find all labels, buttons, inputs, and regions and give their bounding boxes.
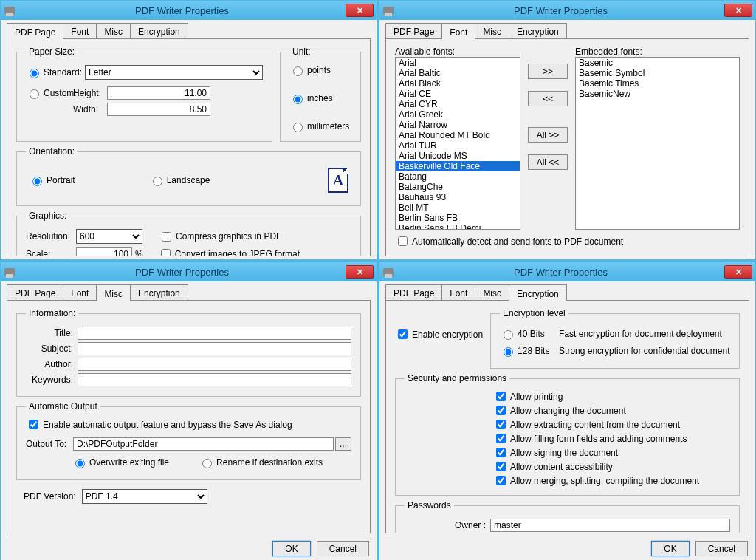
enable-encryption-label: Enable encryption — [412, 329, 483, 340]
enable-auto-label: Enable automatic output feature and bypa… — [43, 420, 292, 430]
tab-encryption[interactable]: Encryption — [509, 284, 567, 301]
list-item[interactable]: Bauhaus 93 — [396, 192, 520, 202]
list-item[interactable]: Berlin Sans FB — [396, 213, 520, 223]
window-title: PDF Writer Properties — [397, 267, 724, 278]
tab-misc[interactable]: Misc — [475, 284, 509, 300]
list-item[interactable]: BatangChe — [396, 182, 520, 192]
tab-font[interactable]: Font — [63, 23, 97, 38]
printer-icon — [382, 4, 394, 16]
bits40-desc: Fast encryption for document deployment — [559, 329, 722, 339]
check-allow-merge[interactable] — [496, 476, 506, 485]
output-to-field[interactable] — [73, 437, 334, 451]
author-label: Author: — [26, 359, 73, 369]
available-fonts-list[interactable]: ArialArial BalticArial BlackArial CEAria… — [395, 57, 520, 230]
ok-button[interactable]: OK — [651, 541, 689, 556]
tab-encryption[interactable]: Encryption — [130, 23, 188, 38]
list-item[interactable]: Arial Unicode MS — [396, 151, 520, 161]
titlebar[interactable]: PDF Writer Properties ✕ — [1, 1, 377, 20]
check-enable-auto[interactable] — [29, 420, 38, 429]
check-auto-fonts[interactable] — [398, 236, 408, 246]
tab-encryption[interactable]: Encryption — [509, 23, 567, 38]
tab-misc[interactable]: Misc — [96, 284, 131, 301]
subject-field[interactable] — [78, 342, 351, 355]
close-button[interactable]: ✕ — [724, 265, 752, 279]
browse-button[interactable]: ... — [335, 437, 351, 451]
list-item[interactable]: Bell MT — [396, 202, 520, 213]
ok-button[interactable]: OK — [272, 541, 310, 556]
radio-128bits[interactable] — [504, 347, 513, 357]
radio-millimeters[interactable] — [293, 123, 303, 132]
list-item[interactable]: Arial Rounded MT Bold — [396, 130, 520, 140]
list-item[interactable]: Arial Narrow — [396, 120, 520, 130]
check-allow-extract[interactable] — [496, 420, 506, 429]
list-item[interactable]: Arial Baltic — [396, 68, 520, 78]
tab-encryption[interactable]: Encryption — [130, 284, 188, 300]
scale-field[interactable] — [76, 247, 132, 257]
radio-landscape[interactable] — [153, 177, 162, 186]
check-convert-jpeg[interactable] — [161, 249, 171, 256]
cancel-button[interactable]: Cancel — [317, 541, 369, 556]
titlebar[interactable]: PDF Writer Properties ✕ — [379, 1, 755, 20]
radio-40bits[interactable] — [504, 330, 513, 340]
tab-font[interactable]: Font — [441, 23, 475, 39]
close-button[interactable]: ✕ — [346, 4, 374, 17]
list-item[interactable]: Arial Greek — [396, 109, 520, 120]
author-field[interactable] — [78, 358, 351, 371]
tab-font[interactable]: Font — [441, 284, 475, 300]
radio-inches[interactable] — [293, 95, 303, 104]
tab-pdf-page[interactable]: PDF Page — [7, 23, 63, 39]
list-item[interactable]: Batang — [396, 171, 520, 182]
check-enable-encryption[interactable] — [398, 329, 408, 339]
cancel-button[interactable]: Cancel — [695, 541, 748, 556]
radio-overwrite[interactable] — [75, 459, 85, 468]
window-title: PDF Writer Properties — [18, 5, 346, 16]
list-item[interactable]: Arial Black — [396, 78, 520, 89]
radio-rename[interactable] — [202, 459, 212, 468]
radio-custom[interactable] — [30, 89, 39, 99]
resolution-combo[interactable]: 600 — [76, 229, 142, 244]
radio-portrait[interactable] — [32, 177, 42, 186]
pdf-version-combo[interactable]: PDF 1.4 — [82, 489, 207, 504]
list-item[interactable]: Basemic Times — [576, 78, 739, 89]
remove-all-button[interactable]: All << — [528, 154, 568, 170]
add-font-button[interactable]: >> — [528, 64, 568, 79]
check-allow-accessibility[interactable] — [496, 462, 506, 471]
titlebar[interactable]: PDF Writer Properties ✕ — [1, 262, 377, 281]
list-item[interactable]: Arial CE — [396, 89, 520, 99]
close-button[interactable]: ✕ — [724, 4, 752, 17]
list-item[interactable]: Basemic — [576, 58, 739, 68]
check-allow-print[interactable] — [496, 392, 506, 401]
width-field[interactable] — [107, 103, 210, 116]
embedded-fonts-list[interactable]: BasemicBasemic SymbolBasemic TimesBasemi… — [575, 57, 740, 230]
tab-pdf-page[interactable]: PDF Page — [385, 23, 442, 38]
height-field[interactable] — [107, 86, 210, 100]
remove-font-button[interactable]: << — [528, 91, 568, 106]
tab-misc[interactable]: Misc — [475, 23, 509, 38]
check-allow-fillform[interactable] — [496, 434, 506, 443]
list-item[interactable]: Arial CYR — [396, 99, 520, 109]
list-item[interactable]: Arial — [396, 58, 520, 68]
add-all-button[interactable]: All >> — [528, 127, 568, 143]
list-item[interactable]: Basemic Symbol — [576, 68, 739, 78]
check-allow-change[interactable] — [496, 406, 506, 415]
check-allow-sign[interactable] — [496, 448, 506, 457]
tab-pdf-page[interactable]: PDF Page — [385, 284, 442, 300]
unit-group: Unit: points inches millimeters — [280, 47, 361, 142]
close-button[interactable]: ✕ — [346, 265, 374, 279]
list-item[interactable]: BasemicNew — [576, 89, 739, 99]
list-item[interactable]: Arial TUR — [396, 140, 520, 151]
check-compress[interactable] — [162, 232, 171, 242]
owner-password-field[interactable] — [490, 519, 730, 532]
radio-points[interactable] — [293, 66, 303, 76]
allow-change-label: Allow changing the document — [510, 406, 626, 416]
tab-pdf-page[interactable]: PDF Page — [7, 284, 63, 300]
tab-font[interactable]: Font — [63, 284, 97, 300]
tab-misc[interactable]: Misc — [96, 23, 131, 38]
list-item[interactable]: Berlin Sans FB Demi — [396, 223, 520, 230]
radio-standard[interactable] — [30, 69, 39, 78]
title-field[interactable] — [78, 327, 351, 340]
titlebar[interactable]: PDF Writer Properties ✕ — [379, 262, 755, 281]
keywords-field[interactable] — [78, 373, 351, 386]
list-item[interactable]: Baskerville Old Face — [396, 161, 520, 171]
standard-combo[interactable]: Letter — [85, 65, 263, 80]
